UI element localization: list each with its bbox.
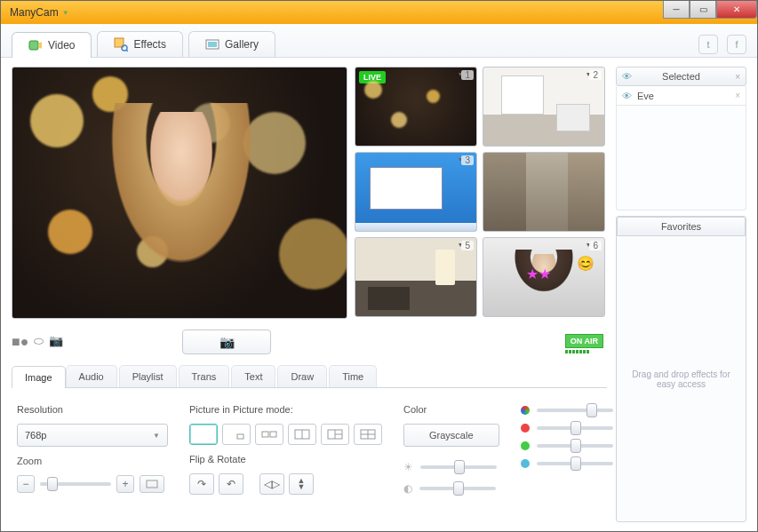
- window-controls: ─ ▭ ✕: [663, 1, 757, 19]
- rgb-master-slider[interactable]: [537, 409, 613, 412]
- left-column: LIVE ▾ 1 ▾ 2 ▾ 3: [12, 67, 607, 522]
- contrast-icon: ◐: [403, 482, 412, 495]
- thumbnails-grid: LIVE ▾ 1 ▾ 2 ▾ 3: [355, 67, 605, 319]
- subtab-text[interactable]: Text: [231, 365, 275, 387]
- twitter-icon: t: [706, 39, 709, 50]
- thumb-number: 5: [461, 241, 474, 250]
- subtab-audio[interactable]: Audio: [66, 365, 117, 387]
- resolution-dropdown[interactable]: 768p ▼: [17, 424, 168, 447]
- selected-item-label: Eve: [637, 91, 654, 101]
- pip-split-3[interactable]: [321, 424, 349, 445]
- eye-icon[interactable]: 👁: [622, 91, 632, 101]
- contrast-slider[interactable]: [419, 487, 496, 490]
- facebook-button[interactable]: f: [727, 35, 746, 54]
- thumb-3[interactable]: ▾ 3: [355, 152, 477, 232]
- resolution-value: 768p: [25, 430, 46, 441]
- thumb-2[interactable]: ▾ 2: [483, 67, 605, 147]
- flip-rotate: ↷ ↶ ◁▷ ▲▼: [189, 473, 382, 495]
- remove-icon[interactable]: ×: [735, 91, 740, 100]
- brightness-slider[interactable]: [420, 465, 497, 469]
- thumb-number: 6: [589, 241, 602, 250]
- favorites-header: Favorites: [617, 217, 746, 236]
- green-slider[interactable]: [537, 444, 613, 448]
- svg-line-3: [126, 50, 128, 52]
- svg-rect-5: [208, 42, 217, 47]
- svg-rect-8: [262, 432, 268, 437]
- zoom-out-button[interactable]: −: [17, 475, 35, 493]
- tab-video[interactable]: Video: [12, 32, 92, 58]
- video-icon: [28, 38, 43, 52]
- resolution-label: Resolution: [17, 404, 168, 415]
- zoom-in-button[interactable]: +: [116, 475, 134, 493]
- subtab-draw[interactable]: Draw: [277, 365, 327, 387]
- flip-horizontal-button[interactable]: ◁▷: [259, 473, 284, 495]
- blue-dot-icon: [521, 459, 530, 468]
- eye-icon[interactable]: 👁: [622, 71, 632, 82]
- svg-rect-0: [29, 41, 38, 50]
- thumb-number: 3: [461, 155, 474, 165]
- twitter-button[interactable]: t: [698, 35, 718, 54]
- grayscale-button[interactable]: Grayscale: [403, 424, 499, 447]
- pip-single[interactable]: [222, 424, 251, 445]
- blue-slider[interactable]: [537, 462, 613, 465]
- subtab-time[interactable]: Time: [329, 365, 377, 387]
- svg-rect-6: [147, 480, 157, 488]
- zoom-label: Zoom: [17, 456, 168, 466]
- rotate-left-button[interactable]: ↶: [219, 473, 243, 495]
- snapshot-button[interactable]: 📷: [182, 330, 271, 354]
- toggle-icon[interactable]: ⬭: [34, 334, 44, 350]
- subtab-image[interactable]: Image: [12, 366, 66, 388]
- green-dot-icon: [521, 441, 530, 450]
- thumb-5[interactable]: ▾ 5: [355, 237, 477, 317]
- subtab-trans[interactable]: Trans: [179, 365, 230, 387]
- color-label: Color: [403, 404, 499, 415]
- favorites-placeholder[interactable]: Drag and drop effects for easy access: [617, 236, 746, 521]
- pip-split-v[interactable]: [288, 424, 316, 445]
- camera-small-icon[interactable]: 📷: [49, 334, 63, 350]
- tab-effects[interactable]: Effects: [97, 31, 182, 57]
- pip-split-4[interactable]: [354, 424, 382, 445]
- pip-label: Picture in Picture mode:: [189, 404, 382, 415]
- zoom-control: − +: [17, 475, 168, 493]
- effects-icon: [114, 37, 128, 52]
- titlebar: ManyCam ▼ ─ ▭ ✕: [1, 1, 757, 24]
- app-title-text: ManyCam: [10, 6, 59, 19]
- pip-none[interactable]: [189, 424, 218, 445]
- flip-vertical-button[interactable]: ▲▼: [289, 473, 314, 495]
- close-icon[interactable]: ×: [735, 72, 740, 82]
- zoom-fit-button[interactable]: [140, 475, 164, 493]
- rgb-sliders: [521, 404, 613, 495]
- content: LIVE ▾ 1 ▾ 2 ▾ 3: [1, 58, 757, 531]
- tab-gallery-label: Gallery: [225, 38, 259, 51]
- zoom-slider[interactable]: [40, 482, 111, 486]
- thumb-4[interactable]: ▾ 4: [483, 152, 605, 232]
- thumb-6[interactable]: ▾ 6 ★★ 😊: [483, 237, 605, 317]
- main-preview[interactable]: [12, 67, 347, 319]
- rotate-right-button[interactable]: ↷: [189, 473, 214, 495]
- image-controls: Resolution 768p ▼ Zoom − + Picture in Pi…: [12, 395, 607, 504]
- app-title-dropdown[interactable]: ManyCam ▼: [1, 6, 78, 19]
- maximize-button[interactable]: ▭: [690, 1, 716, 19]
- selected-header-label: Selected: [662, 71, 700, 82]
- thumb-1[interactable]: LIVE ▾ 1: [355, 67, 477, 147]
- video-area: LIVE ▾ 1 ▾ 2 ▾ 3: [12, 67, 607, 319]
- brightness-icon: ☀: [403, 461, 413, 473]
- subtab-playlist[interactable]: Playlist: [119, 365, 177, 387]
- close-button[interactable]: ✕: [716, 1, 757, 19]
- pip-double[interactable]: [255, 424, 283, 445]
- app-window: ManyCam ▼ ─ ▭ ✕ Video Effects Gallery: [0, 0, 758, 532]
- smiley-icon: 😊: [577, 255, 594, 272]
- onair-label: ON AIR: [565, 334, 603, 348]
- onair-indicator[interactable]: ON AIR: [565, 331, 603, 353]
- red-slider[interactable]: [537, 426, 613, 430]
- pip-modes: [189, 424, 382, 445]
- favorites-header-label: Favorites: [661, 221, 701, 232]
- svg-rect-7: [237, 434, 243, 439]
- minimize-button[interactable]: ─: [663, 1, 690, 19]
- tab-video-label: Video: [48, 39, 75, 52]
- record-icon[interactable]: ■●: [12, 334, 28, 350]
- tab-gallery[interactable]: Gallery: [188, 31, 275, 57]
- thumb-number: 1: [461, 70, 474, 80]
- selected-item-eve[interactable]: 👁 Eve ×: [616, 86, 746, 106]
- chevron-down-icon: ▼: [153, 432, 160, 440]
